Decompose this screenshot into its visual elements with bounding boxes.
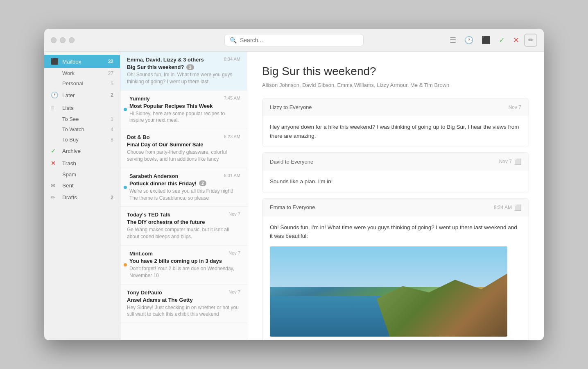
email-badge-1: 3 (186, 64, 194, 70)
sidebar-item-to-buy[interactable]: To Buy 8 (44, 134, 120, 145)
sidebar-label-later: Later (62, 92, 75, 98)
email-preview-1: Oh! Sounds fun, Im in. What time were yo… (127, 71, 240, 85)
list-icon[interactable]: ☰ (450, 36, 456, 45)
thread-from-1: Lizzy to Everyone (270, 104, 312, 110)
sidebar-badge-drafts: 2 (111, 195, 113, 200)
unread-dot-4 (124, 186, 127, 189)
email-preview-6: Don't forget! Your 2 bills are due on We… (127, 265, 240, 279)
thread-body-2: Sounds like a plan. I'm in! (262, 171, 529, 193)
compose-button[interactable]: ✏ (524, 34, 537, 47)
maximize-traffic-light[interactable] (69, 37, 75, 43)
sidebar-label-lists: Lists (62, 105, 74, 111)
sidebar-item-to-watch[interactable]: To Watch 4 (44, 124, 120, 134)
thread-item-2: David to Everyone Nov 7 ⬜ Sounds like a … (262, 152, 529, 193)
email-sender-5: Today's TED Talk (127, 212, 225, 218)
sidebar-item-sent[interactable]: ✉ Sent (44, 180, 120, 191)
sidebar-item-lists[interactable]: ≡ Lists (44, 102, 120, 114)
sidebar-badge-personal: 5 (111, 81, 113, 87)
email-subject-6: You have 2 bills coming up in 3 days (127, 258, 240, 264)
sidebar-label-to-buy: To Buy (62, 137, 79, 143)
unread-dot-2 (124, 108, 127, 111)
sidebar-item-spam[interactable]: Spam (44, 169, 120, 180)
email-subject-2: Most Popular Recipes This Week (127, 103, 240, 109)
drafts-icon: ✏ (51, 194, 59, 200)
sent-icon: ✉ (51, 182, 59, 189)
email-detail-participants: Allison Johnson, David Gibson, Emma Will… (262, 82, 529, 88)
thread-date-1: Nov 7 (509, 105, 521, 110)
sidebar-label-archive: Archive (62, 148, 81, 154)
sidebar-badge-later: 2 (111, 92, 113, 98)
thread-date-3: 8:34 AM ⬜ (494, 204, 521, 211)
sidebar-item-personal[interactable]: Personal 5 (44, 78, 120, 89)
email-item-3[interactable]: Dot & Bo 6:23 AM Final Day of Our Summer… (120, 129, 247, 168)
sidebar-item-archive[interactable]: ✓ Archive (44, 145, 120, 157)
sidebar-item-later[interactable]: 🕐 Later 2 (44, 89, 120, 102)
titlebar: 🔍 ☰ 🕐 ⬛ ✓ ✕ ✏ (44, 29, 544, 52)
x-icon[interactable]: ✕ (513, 36, 519, 45)
email-subject-5: The DIY orchestra of the future (127, 219, 240, 225)
sidebar-label-trash: Trash (62, 160, 76, 166)
email-sender-6: Mint.com (129, 251, 225, 257)
email-subject-4: Potluck dinner this Friday! 2 (127, 180, 240, 187)
sidebar-badge-work: 27 (108, 71, 113, 76)
sidebar-label-work: Work (62, 70, 75, 76)
clock-icon[interactable]: 🕐 (464, 36, 473, 45)
email-item-1[interactable]: Emma, David, Lizzy & 3 others 8:34 AM Bi… (120, 52, 247, 91)
email-item-2[interactable]: Yummly 7:45 AM Most Popular Recipes This… (120, 91, 247, 130)
thread-header-3[interactable]: Emma to Everyone 8:34 AM ⬜ (262, 198, 529, 216)
lists-icon: ≡ (51, 105, 59, 111)
sidebar-badge-to-see: 1 (111, 116, 113, 122)
sidebar-label-personal: Personal (62, 80, 83, 87)
email-sender-3: Dot & Bo (127, 134, 221, 140)
sidebar-item-work[interactable]: Work 27 (44, 68, 120, 78)
thread-from-2: David to Everyone (270, 159, 313, 165)
search-bar[interactable]: 🔍 (224, 34, 364, 46)
app-window: 🔍 ☰ 🕐 ⬛ ✓ ✕ ✏ ⬛ Mailbox 32 Work 27 (44, 29, 544, 340)
mailbox-icon: ⬛ (51, 58, 59, 65)
thread-from-3: Emma to Everyone (270, 204, 315, 210)
email-time-7: Nov 7 (228, 289, 240, 294)
thread-body-3: Oh! Sounds fun, I'm in! What time were y… (262, 216, 529, 340)
big-sur-image (270, 246, 507, 337)
sidebar: ⬛ Mailbox 32 Work 27 Personal 5 🕐 Later … (44, 52, 120, 340)
email-sender-7: Tony DePaulo (127, 289, 225, 296)
email-preview-7: Hey Sidney! Just checking in on whether … (127, 304, 240, 318)
later-icon: 🕐 (51, 91, 59, 99)
sidebar-item-mailbox[interactable]: ⬛ Mailbox 32 (44, 55, 120, 68)
sidebar-label-drafts: Drafts (62, 194, 77, 200)
sidebar-item-to-see[interactable]: To See 1 (44, 114, 120, 124)
email-time-4: 6:01 AM (224, 173, 240, 178)
email-subject-3: Final Day of Our Summer Sale (127, 141, 240, 148)
toolbar-icons: ☰ 🕐 ⬛ ✓ ✕ (450, 36, 519, 45)
email-item-4[interactable]: Sarabeth Anderson 6:01 AM Potluck dinner… (120, 168, 247, 207)
thread-date-2: Nov 7 ⬜ (499, 158, 521, 165)
main-content: ⬛ Mailbox 32 Work 27 Personal 5 🕐 Later … (44, 52, 544, 340)
email-time-3: 6:23 AM (224, 134, 240, 139)
email-sender-2: Yummly (129, 96, 221, 102)
search-input[interactable] (240, 37, 358, 43)
sidebar-badge-to-watch: 4 (111, 127, 113, 132)
email-item-5[interactable]: Today's TED Talk Nov 7 The DIY orchestra… (120, 207, 247, 246)
sidebar-label-spam: Spam (62, 171, 76, 178)
email-time-1: 8:34 AM (224, 57, 240, 61)
email-subject-1: Big Sur this weekend? 3 (127, 64, 240, 70)
sidebar-badge-to-buy: 8 (111, 137, 113, 143)
inbox-icon[interactable]: ⬛ (482, 36, 491, 45)
thread-header-2[interactable]: David to Everyone Nov 7 ⬜ (262, 153, 529, 171)
thread-header-1[interactable]: Lizzy to Everyone Nov 7 (262, 98, 529, 116)
close-traffic-light[interactable] (51, 37, 57, 43)
email-time-6: Nov 7 (228, 251, 240, 255)
sidebar-item-drafts[interactable]: ✏ Drafts 2 (44, 191, 120, 203)
email-item-7[interactable]: Tony DePaulo Nov 7 Ansel Adams at The Ge… (120, 285, 247, 323)
sidebar-item-trash[interactable]: ✕ Trash (44, 157, 120, 169)
email-sender-4: Sarabeth Anderson (129, 173, 221, 179)
email-subject-7: Ansel Adams at The Getty (127, 297, 240, 303)
minimize-traffic-light[interactable] (60, 37, 66, 43)
unread-dot-6 (124, 263, 127, 266)
sidebar-label-sent: Sent (62, 182, 74, 189)
email-item-6[interactable]: Mint.com Nov 7 You have 2 bills coming u… (120, 246, 247, 285)
email-detail: Big Sur this weekend? Allison Johnson, D… (247, 52, 544, 340)
check-icon[interactable]: ✓ (499, 36, 505, 45)
email-detail-title: Big Sur this weekend? (262, 65, 529, 78)
sidebar-label-mailbox: Mailbox (62, 59, 81, 65)
